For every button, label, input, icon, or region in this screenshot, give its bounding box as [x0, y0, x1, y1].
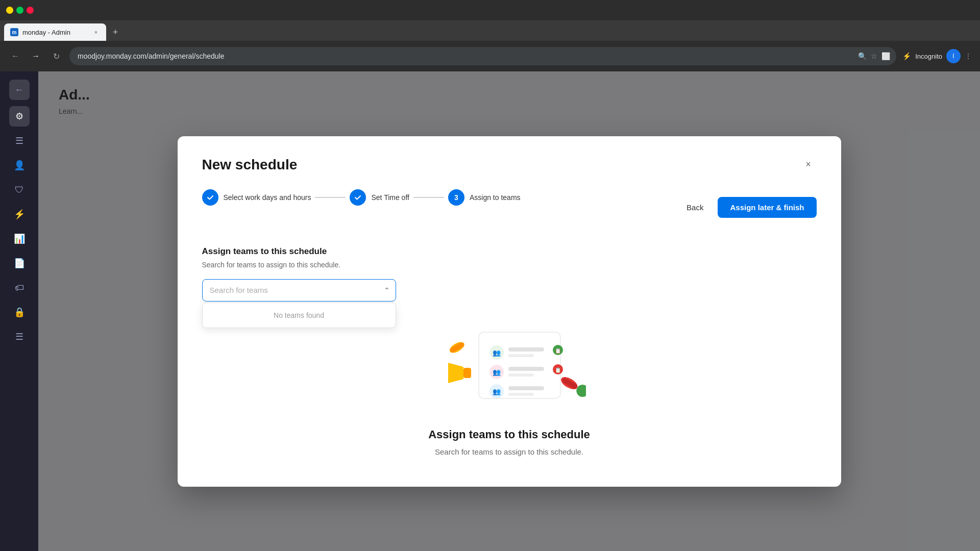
back-button[interactable]: Back [678, 199, 712, 216]
search-teams-input[interactable] [202, 279, 396, 302]
new-tab-button[interactable]: + [108, 25, 122, 39]
checkmark-icon-1 [207, 194, 214, 201]
address-bar-wrapper: 🔍 ☆ ⬜ [69, 47, 896, 65]
sidebar-item-integrations[interactable]: ⚡ [9, 204, 30, 224]
step-2: Set Time off [350, 189, 409, 206]
teams-dropdown: No teams found [202, 303, 396, 328]
modal-close-button[interactable]: × [800, 157, 817, 173]
step-2-label: Set Time off [371, 193, 409, 202]
menu-dots-icon[interactable]: ⋮ [965, 52, 972, 60]
browser-titlebar [0, 0, 980, 20]
step-3-number: 3 [454, 193, 458, 202]
tab-close-button[interactable]: × [92, 28, 100, 36]
teams-illustration: 👥 📋 👥 [433, 312, 586, 414]
step-3-circle: 3 [448, 189, 464, 206]
svg-rect-23 [463, 368, 471, 378]
step-1: Select work days and hours [202, 189, 311, 206]
form-content: Assign teams to this schedule Search for… [202, 246, 817, 302]
step-1-circle [202, 189, 218, 206]
modal-header: New schedule × [202, 157, 817, 173]
active-tab[interactable]: m monday - Admin × [4, 23, 106, 41]
step-1-label: Select work days and hours [224, 193, 311, 202]
forward-nav-button[interactable]: → [29, 49, 43, 63]
incognito-label: Incognito [915, 53, 942, 60]
browser-chrome: m monday - Admin × + ← → ↻ 🔍 ☆ ⬜ ⚡ Incog… [0, 0, 980, 71]
svg-text:📋: 📋 [555, 347, 561, 354]
svg-rect-9 [508, 367, 544, 371]
dropdown-empty-state: No teams found [203, 303, 396, 328]
sidebar-back-button[interactable]: ← [9, 80, 30, 100]
sidebar-item-tags[interactable]: 🏷 [9, 278, 30, 298]
tab-title: monday - Admin [22, 29, 88, 36]
profile-badge[interactable]: I [946, 49, 961, 63]
window-close-button[interactable] [27, 7, 34, 14]
back-nav-button[interactable]: ← [8, 49, 22, 63]
reload-button[interactable]: ↻ [49, 49, 63, 63]
svg-rect-15 [508, 386, 544, 390]
illustration-svg: 👥 📋 👥 [433, 312, 586, 416]
sidebar-item-security[interactable]: 🛡 [9, 180, 30, 200]
sidebar: ← ⚙ ☰ 👤 🛡 ⚡ 📊 📄 🏷 🔒 ☰ [0, 71, 38, 551]
search-lens-icon: 🔍 [858, 52, 867, 60]
svg-rect-4 [508, 354, 534, 357]
svg-text:📋: 📋 [555, 367, 561, 373]
step-connector-1 [315, 197, 346, 198]
svg-rect-10 [508, 373, 534, 377]
maximize-button[interactable] [16, 7, 23, 14]
sidebar-item-menu[interactable]: ☰ [9, 131, 30, 151]
sidebar-item-more[interactable]: ☰ [9, 327, 30, 347]
tab-favicon: m [10, 28, 18, 36]
stepper: Select work days and hours Set Time off [202, 189, 521, 206]
step-2-circle [350, 189, 366, 206]
svg-text:👥: 👥 [493, 368, 501, 377]
step-3-label: Assign to teams [470, 193, 521, 202]
svg-rect-16 [508, 393, 534, 396]
sidebar-item-lock[interactable]: 🔒 [9, 302, 30, 322]
minimize-button[interactable] [6, 7, 13, 14]
svg-text:👥: 👥 [493, 387, 501, 396]
sidebar-item-settings[interactable]: ⚙ [9, 106, 30, 127]
step-connector-2 [413, 197, 444, 198]
illustration-desc: Search for teams to assign to this sched… [435, 447, 583, 456]
section-title: Assign teams to this schedule [202, 246, 817, 257]
new-schedule-modal: New schedule × Select work d [178, 136, 841, 487]
extensions-icon[interactable]: ⚡ [902, 52, 911, 60]
modal-actions: Back Assign later & finish [678, 197, 816, 218]
browser-right-icons: ⚡ Incognito I ⋮ [902, 49, 972, 63]
finish-button[interactable]: Assign later & finish [718, 197, 816, 218]
svg-rect-3 [508, 347, 544, 352]
window-controls [6, 7, 34, 14]
modal-title: New schedule [202, 157, 298, 173]
section-desc: Search for teams to assign to this sched… [202, 261, 817, 269]
sidebar-item-reports[interactable]: 📊 [9, 229, 30, 249]
tab-bar: m monday - Admin × + [0, 20, 980, 41]
step-3: 3 Assign to teams [448, 189, 521, 206]
sidebar-item-documents[interactable]: 📄 [9, 253, 30, 273]
stepper-row: Select work days and hours Set Time off [202, 189, 817, 226]
svg-marker-22 [448, 363, 463, 383]
address-bar-icons: 🔍 ☆ ⬜ [858, 52, 890, 60]
illustration-title: Assign teams to this schedule [428, 428, 590, 441]
search-wrapper: ⌃ No teams found [202, 279, 396, 302]
main-area: ← ⚙ ☰ 👤 🛡 ⚡ 📊 📄 🏷 🔒 ☰ Ad... Learn... New… [0, 71, 980, 551]
bookmark-icon[interactable]: ☆ [871, 52, 877, 60]
address-bar: ← → ↻ 🔍 ☆ ⬜ ⚡ Incognito I ⋮ [0, 41, 980, 71]
sidebar-item-users[interactable]: 👤 [9, 155, 30, 176]
page-content: Ad... Learn... New schedule × [38, 71, 980, 551]
modal-overlay: New schedule × Select work d [38, 71, 980, 551]
checkmark-icon-2 [354, 194, 361, 201]
svg-text:👥: 👥 [493, 348, 501, 357]
cast-icon: ⬜ [881, 52, 890, 60]
url-input[interactable] [69, 47, 896, 65]
